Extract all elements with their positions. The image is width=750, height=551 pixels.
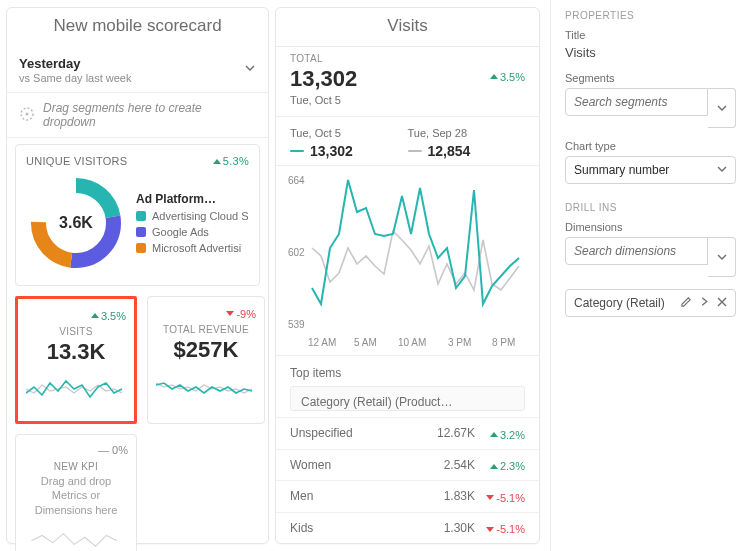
svg-text:539: 539	[288, 319, 305, 330]
dimensions-dropdown-button[interactable]	[708, 237, 736, 277]
row-name: Women	[290, 458, 421, 472]
revenue-sparkline	[156, 369, 256, 405]
row-value: 1.30K	[421, 521, 475, 535]
unique-delta: 5.3%	[213, 155, 249, 167]
new-kpi-card[interactable]: — 0% NEW KPI Drag and drop Metrics or Di…	[15, 434, 137, 551]
segments-dropdown-button[interactable]	[708, 88, 736, 128]
date-main: Yesterday	[19, 56, 256, 71]
date-compare: vs Same day last week	[19, 72, 256, 84]
svg-text:5 AM: 5 AM	[354, 337, 377, 348]
cmp-a-val: 13,302	[310, 143, 353, 159]
row-name: Kids	[290, 521, 421, 535]
svg-text:3 PM: 3 PM	[448, 337, 471, 348]
cmp-b-val: 12,854	[428, 143, 471, 159]
chart-type-label: Chart type	[565, 140, 736, 152]
row-name: Unspecified	[290, 426, 421, 440]
visits-title: VISITS	[59, 326, 92, 337]
chevron-down-icon	[717, 163, 727, 177]
line-chart: 664 602 539 12 AM 5 AM 10 AM 3 PM 8 PM	[276, 166, 539, 356]
svg-text:602: 602	[288, 247, 305, 258]
chevron-down-icon	[244, 62, 256, 77]
total-section: TOTAL 13,302 Tue, Oct 5 3.5%	[276, 47, 539, 117]
row-delta: 2.3%	[475, 458, 525, 473]
revenue-value: $257K	[174, 337, 239, 363]
dimensions-search[interactable]: Search dimensions	[565, 237, 708, 265]
cmp-b-date: Tue, Sep 28	[408, 127, 526, 139]
svg-text:10 AM: 10 AM	[398, 337, 426, 348]
row-name: Men	[290, 489, 421, 503]
dropzone-hint: Drag segments here to create dropdown	[43, 101, 256, 129]
date-range-selector[interactable]: Yesterday vs Same day last week	[7, 46, 268, 93]
row-value: 12.67K	[421, 426, 475, 440]
row-delta: -5.1%	[475, 489, 525, 504]
visits-card[interactable]: 3.5% VISITS 13.3K	[15, 296, 137, 424]
donut-chart: 3.6K	[26, 173, 126, 273]
svg-text:664: 664	[288, 175, 305, 186]
row-delta: -5.1%	[475, 521, 525, 536]
visits-delta: 3.5%	[91, 310, 126, 322]
compare-row: Tue, Oct 5 13,302 Tue, Sep 28 12,854	[276, 117, 539, 166]
properties-panel: PROPERTIES Title Visits Segments Search …	[550, 0, 750, 551]
table-row[interactable]: Women2.54K2.3%	[276, 449, 539, 481]
newkpi-sparkline	[26, 523, 126, 551]
series-b-swatch	[408, 150, 422, 152]
dimension-tag-label: Category (Retail)	[574, 296, 665, 310]
revenue-title: TOTAL REVENUE	[163, 324, 249, 335]
newkpi-delta: — 0%	[98, 444, 128, 456]
title-value: Visits	[565, 45, 736, 60]
table-row[interactable]: Unspecified12.67K3.2%	[276, 417, 539, 449]
svg-text:12 AM: 12 AM	[308, 337, 336, 348]
unique-visitors-card[interactable]: UNIQUE VISITORS 5.3% 3.6K Ad Platform…	[15, 144, 260, 286]
total-date: Tue, Oct 5	[290, 94, 525, 106]
cmp-a-date: Tue, Oct 5	[290, 127, 408, 139]
scorecard-title: New mobile scorecard	[7, 8, 268, 46]
target-icon	[19, 106, 35, 125]
row-value: 1.83K	[421, 489, 475, 503]
dimensions-label: Dimensions	[565, 221, 736, 233]
title-label: Title	[565, 29, 736, 41]
svg-point-1	[26, 112, 29, 115]
close-icon[interactable]	[717, 296, 727, 310]
detail-panel: Visits TOTAL 13,302 Tue, Oct 5 3.5% Tue,…	[275, 7, 540, 544]
segments-search[interactable]: Search segments	[565, 88, 708, 116]
donut-value: 3.6K	[26, 173, 126, 273]
total-label: TOTAL	[290, 53, 525, 64]
edit-icon[interactable]	[681, 296, 692, 310]
segments-label: Segments	[565, 72, 736, 84]
row-value: 2.54K	[421, 458, 475, 472]
scorecard-panel: New mobile scorecard Yesterday vs Same d…	[6, 7, 269, 544]
visits-value: 13.3K	[47, 339, 106, 365]
chart-type-select[interactable]: Summary number	[565, 156, 736, 184]
total-delta: 3.5%	[490, 71, 525, 83]
drillins-header: DRILL INS	[565, 202, 736, 213]
newkpi-title: NEW KPI	[54, 461, 98, 472]
revenue-card[interactable]: -9% TOTAL REVENUE $257K	[147, 296, 265, 424]
dimension-tag[interactable]: Category (Retail)	[565, 289, 736, 317]
svg-text:8 PM: 8 PM	[492, 337, 515, 348]
properties-header: PROPERTIES	[565, 10, 736, 21]
top-items-header[interactable]: Category (Retail) (Product…	[290, 386, 525, 411]
revenue-delta: -9%	[226, 308, 256, 320]
donut-legend: Ad Platform… Advertising Cloud S Google …	[136, 192, 249, 254]
chevron-right-icon[interactable]	[700, 296, 709, 310]
top-items-table: Unspecified12.67K3.2%Women2.54K2.3%Men1.…	[276, 417, 539, 543]
detail-title: Visits	[276, 8, 539, 46]
series-a-swatch	[290, 150, 304, 152]
newkpi-hint: Drag and drop Metrics or Dimensions here	[24, 474, 128, 517]
visits-sparkline	[26, 371, 126, 407]
table-row[interactable]: Men1.83K-5.1%	[276, 480, 539, 512]
table-row[interactable]: Kids1.30K-5.1%	[276, 512, 539, 544]
row-delta: 3.2%	[475, 426, 525, 441]
segments-dropzone[interactable]: Drag segments here to create dropdown	[7, 93, 268, 138]
top-items-label: Top items	[276, 356, 539, 386]
unique-label: UNIQUE VISITORS	[26, 155, 127, 167]
